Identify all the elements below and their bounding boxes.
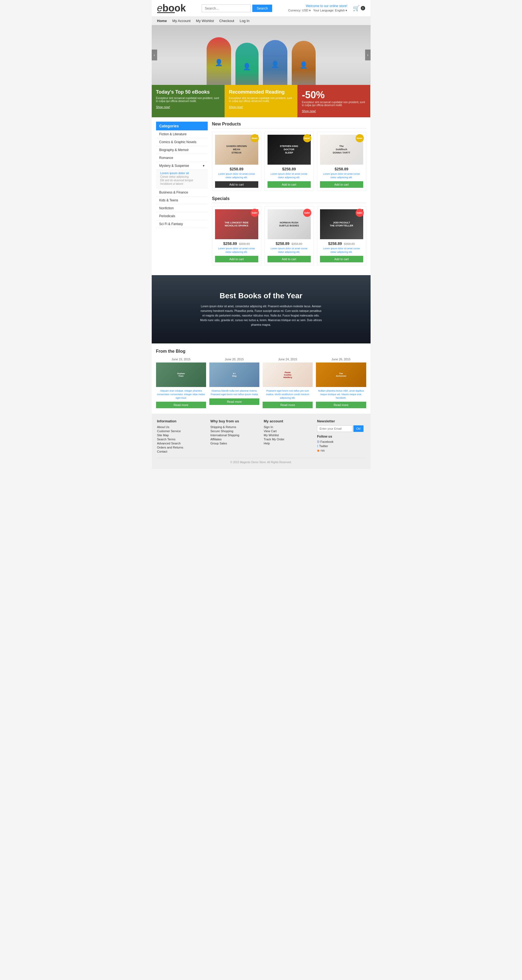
add-to-cart-button-1[interactable]: Add to cart [268, 181, 311, 188]
sidebar-title: Categories [156, 122, 208, 130]
best-books-text: Lorem ipsum dolor sit amet, consectetur … [200, 304, 322, 327]
add-to-cart-special-0[interactable]: Add to cart [215, 256, 258, 262]
cart-count: 0 [361, 6, 365, 10]
footer-link-orders[interactable]: Orders and Returns [157, 446, 205, 449]
blog-text-3: Nullam pharetra lectus nibh, amet dapibu… [316, 389, 366, 399]
special-card-1: Sale! NORMAN RUSHSUBTLE BODIES $258.89 $… [265, 206, 314, 265]
slider-next-button[interactable]: › [365, 49, 371, 60]
footer-information-title: Information [157, 419, 205, 423]
footer-link-help[interactable]: Help [264, 442, 312, 445]
footer-link-shipping[interactable]: Shipping & Returns [210, 425, 258, 429]
sidebar-item-mystery[interactable]: Mystery & Suspense ▾ [156, 162, 208, 170]
special-old-price-2: $358.89 [344, 242, 355, 245]
blog-image-3: TheAlchemist [316, 363, 366, 387]
footer-why-title: Why buy from us [210, 419, 258, 423]
header: ebook Search Welcome to our online store… [152, 0, 371, 17]
sidebar-item-periodicals[interactable]: Periodicals [156, 212, 208, 220]
social-facebook[interactable]: 𝔻 Facebook [317, 440, 365, 444]
newsletter-input[interactable] [317, 425, 352, 432]
add-to-cart-button-0[interactable]: Add to cart [215, 181, 258, 188]
header-welcome: Welcome to our online store! Currency: U… [288, 4, 347, 12]
blog-card-3: June 26, 2015 TheAlchemist Nullam pharet… [316, 358, 366, 408]
chevron-down-icon: ▾ [203, 164, 205, 168]
footer-link-group-sales[interactable]: Group Sales [210, 442, 258, 445]
promo-3-discount: -50% [302, 89, 366, 101]
read-more-button-0[interactable]: Read more [156, 402, 206, 408]
nav-wishlist[interactable]: My Wishlist [196, 19, 214, 23]
nav-checkout[interactable]: Checkout [219, 19, 234, 23]
hero-person-4: 👤 [292, 41, 316, 85]
slider-prev-button[interactable]: ‹ [152, 49, 157, 60]
nav-home[interactable]: Home [157, 19, 167, 23]
product-desc-0: Lorem ipsum dolor sit amet conse ctetur … [215, 172, 258, 179]
sidebar-item-scifi[interactable]: Sci Fi & Fantasy [156, 220, 208, 228]
sidebar-item-biography[interactable]: Biography & Memoir [156, 146, 208, 154]
promo-box-1: Today's Top 50 eBooks Excepteur sint occ… [152, 85, 225, 117]
product-desc-1: Lorem ipsum dolor sit amet conse ctetur … [268, 172, 311, 179]
footer-link-contact[interactable]: Contact [157, 450, 205, 453]
submenu-text-1: Conse ctetur adipiscing [160, 175, 205, 178]
newsletter-form: Ok! [317, 425, 365, 432]
footer-link-signin[interactable]: Sign In [264, 425, 312, 429]
blog-image-2: PauloCoelhoAdultery [263, 363, 313, 387]
read-more-button-3[interactable]: Read more [316, 402, 366, 408]
product-card-2: New! TheGoldfinchDONNA TARTT $258.89 Lor… [317, 132, 366, 191]
social-twitter[interactable]: 𝕥 Twitter [317, 444, 365, 448]
search-input[interactable] [202, 4, 251, 12]
submenu-text-3: Incididunt ut labore [160, 182, 205, 185]
sidebar-item-fiction[interactable]: Fiction & Literature [156, 130, 208, 138]
promo-2-title: Recommended Reading [229, 89, 293, 95]
footer-link-about[interactable]: About Us [157, 425, 205, 429]
footer-link-wishlist[interactable]: My Wishlist [264, 434, 312, 437]
facebook-icon: 𝔻 [317, 440, 319, 443]
footer-account-title: My account [264, 419, 312, 423]
add-to-cart-button-2[interactable]: Add to cart [320, 181, 363, 188]
special-desc-0: Lorem ipsum dolor sit amet conse ctetur … [215, 247, 258, 254]
cart-icon[interactable]: 🛒 0 [353, 5, 365, 11]
new-products-title: New Products [212, 122, 366, 129]
sidebar-item-nonfiction[interactable]: Nonfiction [156, 204, 208, 212]
search-button[interactable]: Search [252, 5, 272, 12]
footer-link-advanced-search[interactable]: Advanced Search [157, 442, 205, 445]
language-selector[interactable]: Your Language: English [313, 9, 345, 12]
blog-card-1: June 20, 2015 If IStay Vivamus blandit n… [209, 358, 259, 408]
submenu-link-1[interactable]: Lorem ipsum dolor sit [160, 172, 205, 175]
promo-3-link[interactable]: Shop now! [302, 110, 316, 113]
footer-link-sitemap[interactable]: Site Map [157, 434, 205, 437]
sidebar-item-business[interactable]: Business & Finance [156, 189, 208, 196]
promo-2-link[interactable]: Shop now! [229, 105, 243, 108]
read-more-button-1[interactable]: Read more [209, 398, 259, 405]
footer: Information About Us Customer Service Si… [152, 414, 371, 469]
footer-information: Information About Us Customer Service Si… [157, 419, 205, 454]
footer-link-search-terms[interactable]: Search Terms [157, 438, 205, 441]
footer-link-secure[interactable]: Secure Shopping [210, 430, 258, 433]
product-badge-1: New! [303, 134, 311, 142]
currency-selector[interactable]: Currency: USD [288, 9, 308, 12]
special-card-2: Sale! JODI PICOULTTHE STORYTELLER $258.8… [317, 206, 366, 265]
footer-link-international[interactable]: International Shipping [210, 434, 258, 437]
blog-text-0: Aliquam erat volutpat. Integer pharetra … [156, 389, 206, 399]
sidebar-item-romance[interactable]: Romance [156, 154, 208, 162]
newsletter-button[interactable]: Ok! [354, 425, 363, 432]
product-badge-2: New! [355, 134, 364, 142]
footer-link-affiliates[interactable]: Affiliates [210, 438, 258, 441]
promo-1-desc: Excepteur sint occaecat cupidatat non pr… [156, 97, 220, 103]
add-to-cart-special-1[interactable]: Add to cart [268, 256, 311, 262]
hero-slider: ‹ 👤 👤 👤 👤 › [152, 25, 371, 85]
sidebar-item-comics[interactable]: Comics & Graphic Novels [156, 138, 208, 146]
read-more-button-2[interactable]: Read more [263, 402, 313, 408]
follow-title: Follow us [317, 434, 365, 438]
rss-icon: ◉ [317, 449, 320, 452]
search-area: Search [202, 4, 272, 12]
product-desc-2: Lorem ipsum dolor sit amet conse ctetur … [320, 172, 363, 179]
nav-account[interactable]: My Account [172, 19, 190, 23]
sidebar-item-kids[interactable]: Kids & Teens [156, 196, 208, 204]
footer-link-customer[interactable]: Customer Service [157, 430, 205, 433]
footer-link-track[interactable]: Track My Order [264, 438, 312, 441]
specials-grid: Sale! THE LONGEST RIDENICHOLAS SPARKS $2… [212, 206, 366, 265]
social-rss[interactable]: ◉ rss [317, 449, 365, 452]
footer-link-cart[interactable]: View Cart [264, 430, 312, 433]
promo-1-link[interactable]: Shop now! [156, 105, 170, 108]
nav-login[interactable]: Log In [240, 19, 249, 23]
add-to-cart-special-2[interactable]: Add to cart [320, 256, 363, 262]
